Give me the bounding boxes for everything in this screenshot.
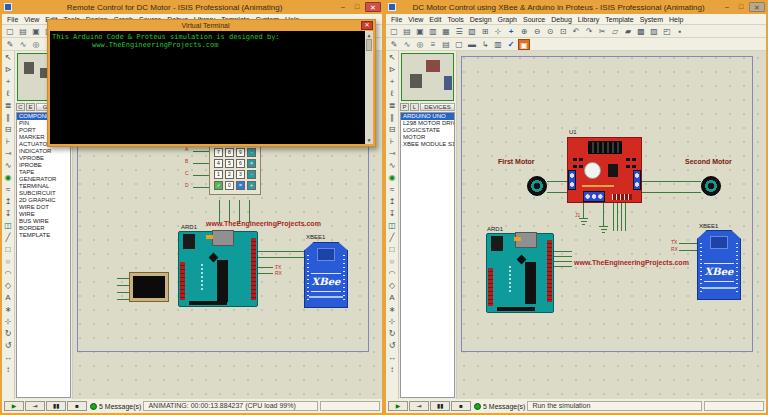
zoom-all-icon[interactable]: ⊙ <box>544 26 556 37</box>
scroll-thumb[interactable] <box>366 39 372 51</box>
undo-icon[interactable]: ↶ <box>570 26 582 37</box>
titlebar[interactable]: Remote Control for DC Motor - ISIS Profe… <box>2 0 382 14</box>
keypad-key[interactable]: + <box>247 181 256 190</box>
selector-button[interactable]: C <box>16 103 25 111</box>
stop-button[interactable]: ■ <box>67 401 87 411</box>
bus-mode-icon[interactable]: ∥ <box>387 112 398 124</box>
symbol-2d-icon[interactable]: ∗ <box>387 304 398 316</box>
pan-icon[interactable]: + <box>505 26 517 37</box>
terminal-close-icon[interactable]: ✕ <box>361 21 373 30</box>
terminal-mode-icon[interactable]: ⊦ <box>3 136 14 148</box>
selector-item[interactable]: TERMINAL <box>17 183 70 190</box>
menu-item[interactable]: System <box>637 16 666 23</box>
selector-item[interactable]: IPROBE <box>17 162 70 169</box>
import-section-icon[interactable]: ▥ <box>427 26 439 37</box>
component-mode-icon[interactable]: ⊳ <box>387 64 398 76</box>
step-button[interactable]: ⇥ <box>25 401 45 411</box>
bill-of-materials-icon[interactable]: ▥ <box>492 39 504 50</box>
line-2d-icon[interactable]: ╱ <box>387 232 398 244</box>
design-explorer-icon[interactable]: ▤ <box>440 39 452 50</box>
property-assignment-icon[interactable]: ≡ <box>427 39 439 50</box>
keypad-key[interactable]: 9 <box>236 148 245 157</box>
zoom-in-icon[interactable]: ⊕ <box>518 26 530 37</box>
copy-icon[interactable]: ▱ <box>609 26 621 37</box>
virtual-instrument-icon[interactable]: ◫ <box>3 220 14 232</box>
goto-sheet-icon[interactable]: ↳ <box>479 39 491 50</box>
arduino-board[interactable] <box>486 233 554 313</box>
keypad-key[interactable]: 4 <box>214 159 223 168</box>
new-sheet-icon[interactable]: ▢ <box>453 39 465 50</box>
graph-mode-icon[interactable]: ∿ <box>3 160 14 172</box>
l298-motor-driver-board[interactable] <box>567 137 642 203</box>
tape-recorder-icon[interactable]: ◉ <box>387 172 398 184</box>
stop-button[interactable]: ■ <box>451 401 471 411</box>
mirror-x-icon[interactable]: ↔ <box>387 352 398 364</box>
message-indicator-icon[interactable] <box>474 403 481 410</box>
schematic-canvas[interactable]: U1 First Motor S <box>457 51 766 399</box>
menu-item[interactable]: Source <box>520 16 548 23</box>
close-button[interactable]: ✕ <box>749 2 765 12</box>
menu-item[interactable]: Help <box>666 16 686 23</box>
selector-button[interactable]: P <box>400 103 409 111</box>
electrical-check-icon[interactable]: ✓ <box>505 39 517 50</box>
virtual-instrument-icon[interactable]: ◫ <box>387 220 398 232</box>
generator-mode-icon[interactable]: ≈ <box>387 184 398 196</box>
device-pin-icon[interactable]: ⊸ <box>387 148 398 160</box>
mirror-y-icon[interactable]: ↕ <box>3 364 14 376</box>
tape-recorder-icon[interactable]: ◉ <box>3 172 14 184</box>
maximize-button[interactable]: □ <box>351 2 363 12</box>
menu-item[interactable]: File <box>388 16 405 23</box>
selection-mode-icon[interactable]: ↖ <box>3 52 14 64</box>
play-button[interactable]: ▶ <box>388 401 408 411</box>
pause-button[interactable]: ▮▮ <box>430 401 450 411</box>
titlebar[interactable]: DC Motor Control using XBee & Arduino in… <box>386 0 766 14</box>
keypad-key[interactable]: 1 <box>214 170 223 179</box>
device-pin-icon[interactable]: ⊸ <box>3 148 14 160</box>
text-2d-icon[interactable]: A <box>3 292 14 304</box>
selector-item[interactable]: TAPE <box>17 169 70 176</box>
dc-motor[interactable] <box>527 176 547 196</box>
step-button[interactable]: ⇥ <box>409 401 429 411</box>
path-2d-icon[interactable]: ◇ <box>3 280 14 292</box>
selection-mode-icon[interactable]: ↖ <box>387 52 398 64</box>
component-mode-icon[interactable]: ⊳ <box>3 64 14 76</box>
junction-dot-icon[interactable]: + <box>387 76 398 88</box>
xbee-module[interactable]: XBee <box>304 242 348 308</box>
circle-2d-icon[interactable]: ○ <box>3 256 14 268</box>
arc-2d-icon[interactable]: ◠ <box>3 268 14 280</box>
origin-icon[interactable]: ⊹ <box>492 26 504 37</box>
generator-mode-icon[interactable]: ≈ <box>3 184 14 196</box>
menu-item[interactable]: Tools <box>444 16 466 23</box>
current-probe-icon[interactable]: ↧ <box>387 208 398 220</box>
schematic-preview[interactable] <box>401 53 454 101</box>
minimize-button[interactable]: – <box>721 2 733 12</box>
save-design-icon[interactable]: ▣ <box>414 26 426 37</box>
menu-item[interactable]: Edit <box>426 16 444 23</box>
keypad-key[interactable]: 8 <box>225 148 234 157</box>
export-section-icon[interactable]: ▦ <box>440 26 452 37</box>
rotate-ccw-icon[interactable]: ↺ <box>387 340 398 352</box>
wire-autorouter-icon[interactable]: ∿ <box>401 39 413 50</box>
selector-button[interactable]: E <box>26 103 35 111</box>
keypad-key[interactable]: 3 <box>236 170 245 179</box>
new-design-icon[interactable]: ▢ <box>388 26 400 37</box>
selector-item[interactable]: TEMPLATE <box>17 232 70 239</box>
voltage-probe-icon[interactable]: ↥ <box>387 196 398 208</box>
current-probe-icon[interactable]: ↧ <box>3 208 14 220</box>
subcircuit-icon[interactable]: ⊟ <box>387 124 398 136</box>
open-design-icon[interactable]: ▤ <box>401 26 413 37</box>
cut-icon[interactable]: ✂ <box>596 26 608 37</box>
block-delete-icon[interactable]: ▪ <box>674 26 686 37</box>
wire-autorouter-icon[interactable]: ∿ <box>17 39 29 50</box>
line-2d-icon[interactable]: ╱ <box>3 232 14 244</box>
scroll-up-icon[interactable]: ▲ <box>367 31 370 39</box>
mirror-y-icon[interactable]: ↕ <box>387 364 398 376</box>
menu-item[interactable]: View <box>405 16 426 23</box>
menu-item[interactable]: View <box>21 16 42 23</box>
save-design-icon[interactable]: ▣ <box>30 26 42 37</box>
paste-icon[interactable]: ▰ <box>622 26 634 37</box>
selector-item[interactable]: MOTOR <box>401 134 454 141</box>
arduino-board[interactable] <box>178 231 258 307</box>
keypad-key[interactable]: 0 <box>225 181 234 190</box>
menu-item[interactable]: Graph <box>495 16 520 23</box>
